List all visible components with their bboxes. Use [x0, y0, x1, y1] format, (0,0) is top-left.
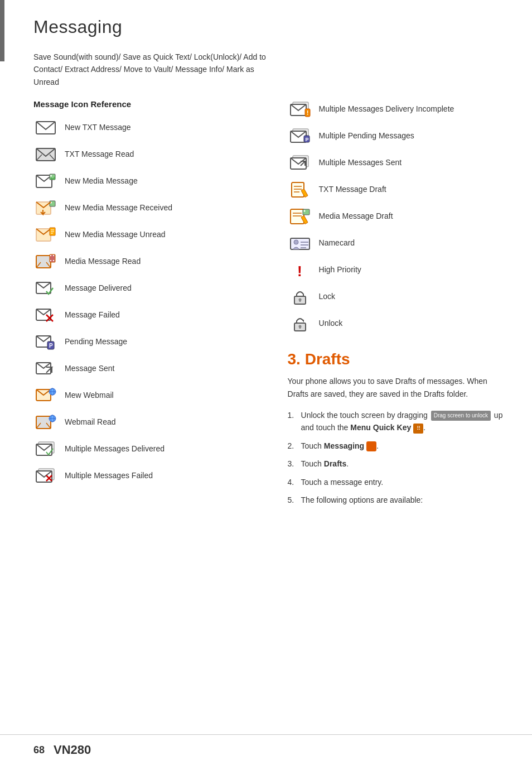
list-item: New Media Message Received [33, 198, 265, 218]
page-title: Messaging [33, 17, 504, 37]
icon-new-media-unread [33, 225, 58, 245]
icon-label: Webmail Read [65, 417, 116, 428]
icon-media-read [33, 252, 58, 272]
svg-rect-75 [299, 326, 301, 329]
footer-model: VN280 [54, 743, 91, 757]
icon-new-txt [33, 118, 58, 138]
page-footer: 68 VN280 [0, 734, 532, 765]
list-item: Webmail Read [33, 412, 265, 432]
svg-point-4 [50, 175, 52, 177]
icon-multi-sent [288, 153, 312, 173]
list-item: 2. Touch Messaging . [288, 440, 504, 452]
list-item: Lock [288, 287, 504, 307]
messaging-icon [366, 441, 376, 451]
list-item: Multiple Messages Delivered [33, 439, 265, 459]
menu-quick-key-icon: ⠿ [413, 424, 423, 434]
icon-txt-draft [288, 180, 312, 200]
page: Messaging Save Sound(with sound)/ Save a… [0, 0, 532, 765]
icon-label: Media Message Read [65, 256, 141, 267]
icon-label: Unlock [319, 318, 343, 329]
main-columns: Message Icon Reference New TXT Message [33, 99, 504, 718]
svg-rect-64 [291, 238, 309, 249]
message-icon-ref-heading: Message Icon Reference [33, 99, 265, 109]
svg-text:!: ! [307, 110, 308, 116]
svg-rect-18 [53, 260, 54, 261]
icon-label: Message Delivered [65, 283, 132, 294]
svg-text:!: ! [297, 263, 302, 278]
icon-label: Multiple Messages Delivery Incomplete [319, 104, 454, 115]
icon-media-draft [288, 206, 312, 227]
icon-multi-pending: P [288, 126, 312, 146]
step-number: 4. [288, 476, 298, 488]
icon-label: Lock [319, 291, 336, 302]
icon-msg-sent [33, 359, 58, 379]
icon-label: New TXT Message [65, 122, 131, 133]
list-item: Multiple Messages Failed [33, 466, 265, 486]
drag-screen-btn: Drag screen to unlock [431, 411, 491, 421]
icon-multi-delivery-incomplete: ! [288, 99, 312, 119]
list-item: Multiple Messages Sent [288, 153, 504, 173]
icon-new-media-received [33, 198, 58, 218]
icon-label: TXT Message Read [65, 149, 134, 160]
icon-list-right: ! Multiple Messages Delivery Incomplete [288, 99, 504, 334]
list-item: Message Failed [33, 305, 265, 325]
icon-webmail-read [33, 412, 58, 432]
step-number: 2. [288, 440, 298, 452]
svg-rect-17 [50, 260, 51, 261]
icon-label: New Media Message Unread [65, 229, 166, 240]
icon-msg-failed [33, 305, 58, 325]
list-item: P Multiple Pending Messages [288, 126, 504, 146]
icon-txt-read [33, 145, 58, 165]
icon-webmail-new [33, 386, 58, 406]
list-item: P Pending Message [33, 332, 265, 352]
icon-lock [288, 287, 312, 307]
list-item: New TXT Message [33, 118, 265, 138]
list-item: New Media Message Unread [33, 225, 265, 245]
icon-high-priority: ! [288, 260, 312, 280]
icon-label: Namecard [319, 238, 355, 249]
icon-pending: P [33, 332, 58, 352]
right-column: ! Multiple Messages Delivery Incomplete [277, 99, 504, 718]
drafts-intro: Your phone allows you to save Drafts of … [288, 375, 504, 400]
icon-label: Multiple Pending Messages [319, 131, 414, 142]
list-item: 5. The following options are available: [288, 494, 504, 506]
svg-text:P: P [305, 137, 308, 142]
step-text: Touch Messaging . [301, 440, 379, 452]
list-item: New Media Message [33, 171, 265, 191]
icon-label: New Media Message Received [65, 203, 172, 214]
step-number: 3. [288, 458, 298, 470]
svg-rect-16 [53, 255, 54, 256]
list-item: ! High Priority [288, 260, 504, 280]
icon-label: Message Failed [65, 310, 120, 321]
list-item: Message Sent [33, 359, 265, 379]
icon-label: Message Sent [65, 363, 115, 374]
list-item: Media Message Draft [288, 206, 504, 227]
list-item: 4. Touch a message entry. [288, 476, 504, 488]
icon-label: Media Message Draft [319, 211, 393, 222]
icon-msg-delivered [33, 278, 58, 299]
list-item: Namecard [288, 233, 504, 253]
left-column: Message Icon Reference New TXT Message [33, 99, 277, 718]
left-accent-bar [0, 0, 4, 61]
icon-namecard [288, 233, 312, 253]
list-item: Message Delivered [33, 278, 265, 299]
icon-multi-failed [33, 466, 58, 486]
drafts-section: 3. Drafts Your phone allows you to save … [288, 350, 504, 506]
icon-new-media [33, 171, 58, 191]
icon-label: New Media Message [65, 176, 138, 187]
step-text: Unlock the touch screen by dragging Drag… [301, 409, 504, 434]
intro-text: Save Sound(with sound)/ Save as Quick Te… [33, 51, 273, 88]
step-text: Touch Drafts. [301, 458, 349, 470]
list-item: Mew Webmail [33, 386, 265, 406]
step-number: 5. [288, 494, 298, 506]
list-item: 3. Touch Drafts. [288, 458, 504, 470]
icon-label: Multiple Messages Delivered [65, 444, 165, 455]
step-text: The following options are available: [301, 494, 423, 506]
svg-text:P: P [49, 343, 53, 349]
svg-point-62 [303, 210, 305, 212]
main-content: Messaging Save Sound(with sound)/ Save a… [0, 0, 532, 734]
step-text: Touch a message entry. [301, 476, 384, 488]
list-item: TXT Message Read [33, 145, 265, 165]
icon-list-left: New TXT Message TXT Message Re [33, 118, 265, 486]
list-item: Media Message Read [33, 252, 265, 272]
